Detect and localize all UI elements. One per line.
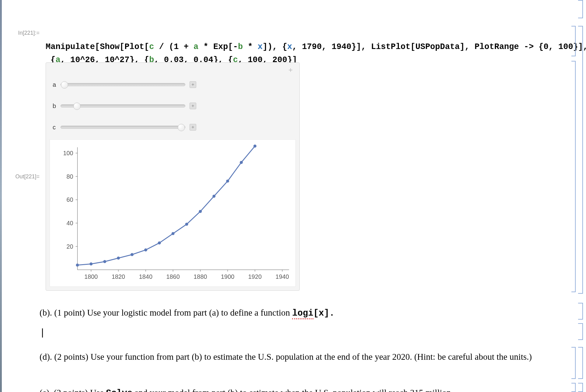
slider-thumb-c[interactable] [178,124,185,131]
svg-text:1900: 1900 [221,273,234,280]
model-curve [77,146,255,265]
svg-point-36 [185,223,188,226]
text-e-suffix: and your model from part (b) to estimate… [132,388,453,392]
svg-point-38 [212,195,215,198]
cell-brackets[interactable] [565,0,583,392]
svg-point-31 [117,257,120,260]
svg-point-33 [144,248,147,251]
svg-point-29 [89,262,92,265]
y-axis-ticks: 20406080100 [63,150,77,250]
svg-text:1880: 1880 [194,273,207,280]
text-b-prefix: (b). (1 point) Use your logistic model f… [40,308,292,317]
svg-text:80: 80 [66,173,73,180]
slider-c[interactable] [61,126,185,129]
svg-text:1800: 1800 [84,273,98,280]
slider-expand-a-icon[interactable]: + [190,81,196,88]
svg-text:1820: 1820 [112,273,125,280]
svg-point-34 [158,241,161,244]
slider-expand-c-icon[interactable]: + [190,124,196,131]
slider-label-a: a [53,81,61,88]
plot-panel: 20406080100 1800182018401860188019001920… [50,139,296,287]
svg-text:40: 40 [66,220,73,226]
svg-point-32 [131,253,134,256]
svg-point-41 [253,145,256,148]
slider-thumb-b[interactable] [73,103,81,110]
svg-text:1940: 1940 [276,273,289,280]
slider-label-c: c [53,124,61,131]
x-axis-ticks: 18001820184018601880190019201940 [84,270,289,280]
slider-row-a: a + [53,79,196,91]
in-label: In[221]:= [0,30,40,36]
svg-point-35 [172,232,175,235]
slider-thumb-a[interactable] [61,81,68,89]
code-logi: logi [292,308,313,319]
manipulate-panel: + a + b + c + [46,62,300,291]
svg-point-37 [199,210,202,213]
notebook-page: In[221]:= Out[221]= Manipulate[Show[Plot… [0,0,586,392]
code-solve: Solve [106,388,132,392]
slider-expand-b-icon[interactable]: + [190,103,196,109]
svg-text:20: 20 [66,243,73,250]
slider-a[interactable] [61,83,185,86]
svg-text:1920: 1920 [248,273,262,280]
text-e-prefix: (e). (2 points) Use [40,388,106,392]
text-b-suffix: [x]. [313,308,335,318]
out-label: Out[221]= [0,173,40,180]
svg-point-30 [103,260,106,263]
svg-point-40 [240,161,243,164]
svg-text:1840: 1840 [139,273,152,280]
slider-b[interactable] [61,104,185,107]
manipulate-options-icon[interactable]: + [287,67,294,74]
input-code-cell[interactable]: Manipulate[Show[Plot[c / (1 + a * Exp[-b… [46,27,586,67]
text-cell-e[interactable]: (e). (2 points) Use Solve and your model… [40,386,562,392]
svg-text:100: 100 [63,150,73,156]
svg-text:1860: 1860 [166,273,180,280]
empty-input-cell[interactable]: | [40,327,45,338]
plot-svg: 20406080100 1800182018401860188019001920… [50,140,295,286]
text-cell-d[interactable]: (d). (2 points) Use your function from p… [40,350,562,364]
slider-row-b: b + [53,100,196,112]
text-cell-b[interactable]: (b). (1 point) Use your logistic model f… [40,306,562,320]
svg-point-39 [226,180,229,183]
slider-label-b: b [53,103,61,110]
slider-row-c: c + [53,121,196,133]
svg-text:60: 60 [66,196,73,203]
window-edge-decor [0,0,2,392]
axes [77,147,289,270]
svg-point-28 [76,264,79,267]
data-points [76,145,256,267]
